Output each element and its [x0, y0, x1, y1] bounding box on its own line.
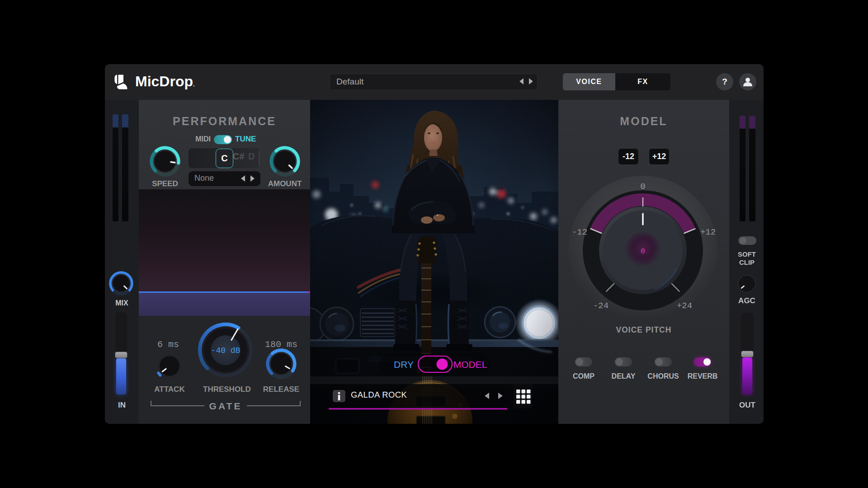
svg-text:GATE: GATE — [209, 401, 242, 411]
svg-text:0: 0 — [641, 247, 645, 256]
svg-text:GALDA ROCK: GALDA ROCK — [351, 390, 407, 399]
svg-text:DRY: DRY — [394, 359, 414, 370]
svg-text:MODEL: MODEL — [453, 359, 487, 370]
svg-text:-40 dB: -40 dB — [211, 346, 241, 355]
